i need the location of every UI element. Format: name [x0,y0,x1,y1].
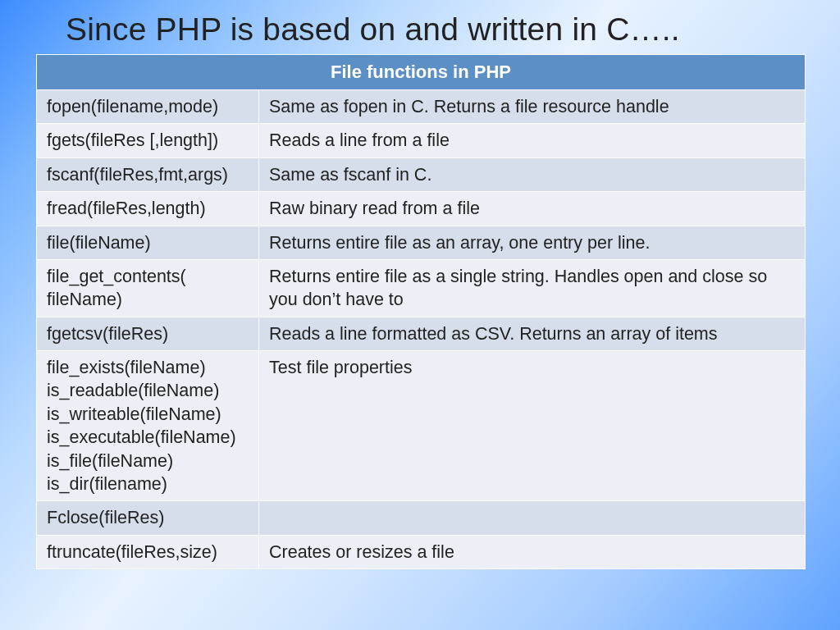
func-desc: Test file properties [259,351,806,501]
func-name: fgets(fileRes [,length]) [37,124,259,158]
func-name: Fclose(fileRes) [37,501,259,535]
func-name: file_exists(fileName) is_readable(fileNa… [37,351,259,501]
table-row: file(fileName)Returns entire file as an … [37,226,806,259]
func-desc: Creates or resizes a file [259,535,806,568]
func-name: fscanf(fileRes,fmt,args) [37,158,259,191]
func-name: file(fileName) [37,226,259,259]
table-header: File functions in PHP [37,55,806,90]
func-desc: Reads a line from a file [259,124,806,158]
func-desc [259,501,806,535]
table-row: Fclose(fileRes) [37,501,806,535]
func-desc: Same as fscanf in C. [259,158,806,191]
table-row: fscanf(fileRes,fmt,args)Same as fscanf i… [37,158,806,191]
table-row: fgets(fileRes [,length])Reads a line fro… [37,124,806,158]
func-name: fgetcsv(fileRes) [37,317,259,350]
func-desc: Same as fopen in C. Returns a file resou… [259,90,806,124]
func-desc: Raw binary read from a file [259,192,806,226]
func-desc: Reads a line formatted as CSV. Returns a… [259,317,806,350]
slide: Since PHP is based on and written in C….… [0,0,840,630]
func-name: fread(fileRes,length) [37,192,259,226]
table-row: file_exists(fileName) is_readable(fileNa… [37,351,806,501]
table-row: ftruncate(fileRes,size)Creates or resize… [37,535,806,568]
func-desc: Returns entire file as a single string. … [259,259,806,317]
func-name: file_get_contents( fileName) [37,259,259,317]
func-name: ftruncate(fileRes,size) [37,535,259,568]
table-row: fread(fileRes,length)Raw binary read fro… [37,192,806,226]
table-row: file_get_contents( fileName)Returns enti… [37,259,806,317]
func-name: fopen(filename,mode) [37,90,259,124]
file-functions-table: File functions in PHP fopen(filename,mod… [36,54,806,569]
table-row: fgetcsv(fileRes)Reads a line formatted a… [37,317,806,350]
func-desc: Returns entire file as an array, one ent… [259,226,806,259]
table-row: fopen(filename,mode)Same as fopen in C. … [37,90,806,124]
slide-title: Since PHP is based on and written in C….… [66,11,840,48]
